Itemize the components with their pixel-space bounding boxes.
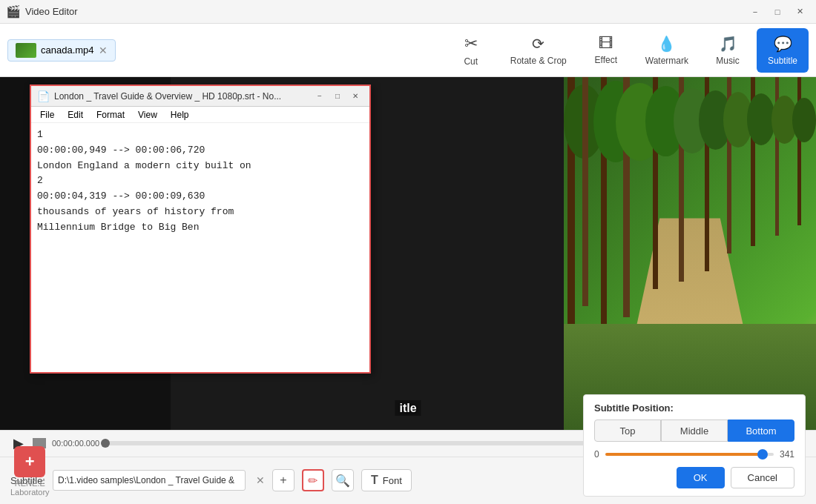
subtitle-clear-button[interactable]: ✕ bbox=[256, 474, 265, 486]
font-icon: T bbox=[371, 474, 378, 487]
cut-button[interactable]: ✂ Cut bbox=[445, 28, 497, 73]
search-icon: 🔍 bbox=[335, 474, 350, 488]
srt-minimize-button[interactable]: − bbox=[312, 90, 328, 103]
bottom-controls: ▶ 00:00:00.000 00:00:57.376 📷 🔊 Subtitle… bbox=[0, 430, 816, 504]
srt-dialog-titlebar: 📄 London _ Travel Guide & Overview _ HD … bbox=[31, 86, 369, 107]
tab-canada-mp4[interactable]: canada.mp4 ✕ bbox=[7, 39, 116, 62]
subtitle-overlay-text: itle bbox=[395, 400, 421, 416]
subtitle-button[interactable]: 💬 Subtitle bbox=[757, 28, 809, 73]
position-panel: Subtitle Position: Top Middle Bottom 0 3… bbox=[583, 394, 806, 497]
ok-button[interactable]: OK bbox=[677, 467, 725, 488]
cut-label: Cut bbox=[464, 56, 478, 67]
close-button[interactable]: ✕ bbox=[789, 4, 810, 20]
position-bottom-button[interactable]: Bottom bbox=[728, 420, 794, 442]
rotate-icon: ⟳ bbox=[532, 35, 544, 53]
subtitle-path-box: D:\1.video samples\London _ Travel Guide… bbox=[53, 470, 246, 491]
srt-menu-view[interactable]: View bbox=[132, 108, 163, 122]
srt-menu-edit[interactable]: Edit bbox=[62, 108, 89, 122]
logo-text: RENE.E Laboratory bbox=[10, 479, 50, 497]
rotate-crop-button[interactable]: ⟳ Rotate & Crop bbox=[500, 28, 577, 73]
effect-label: Effect bbox=[595, 55, 617, 65]
music-button[interactable]: 🎵 Music bbox=[702, 28, 754, 73]
minimize-button[interactable]: − bbox=[745, 4, 766, 20]
dialog-buttons: OK Cancel bbox=[594, 467, 794, 488]
subtitle-label: Subtitle bbox=[768, 56, 797, 66]
main-area: itle 📄 London _ Travel Guide & Overview … bbox=[0, 77, 816, 430]
slider-min-value: 0 bbox=[594, 449, 599, 460]
tab-close-icon[interactable]: ✕ bbox=[99, 44, 108, 56]
srt-menu-help[interactable]: Help bbox=[165, 108, 195, 122]
tab-thumbnail bbox=[16, 43, 36, 58]
video-background bbox=[564, 77, 816, 430]
watermark-label: Watermark bbox=[645, 56, 688, 66]
music-label: Music bbox=[716, 56, 739, 66]
cancel-button[interactable]: Cancel bbox=[731, 467, 794, 488]
srt-menu-format[interactable]: Format bbox=[91, 108, 131, 122]
edit-icon: ✏ bbox=[308, 474, 317, 488]
srt-window-controls: − □ ✕ bbox=[312, 90, 363, 103]
subtitle-icon: 💬 bbox=[774, 35, 792, 53]
subtitle-controls-row: Subtitle: D:\1.video samples\London _ Tr… bbox=[0, 457, 816, 504]
rotate-crop-label: Rotate & Crop bbox=[510, 56, 567, 66]
titlebar: 🎬 Video Editor − □ ✕ bbox=[0, 0, 816, 24]
subtitle-video-overlay: itle bbox=[395, 402, 421, 415]
srt-text-content[interactable]: 1 00:00:00,949 --> 00:00:06,720 London E… bbox=[31, 123, 369, 372]
music-icon: 🎵 bbox=[719, 35, 737, 53]
position-middle-button[interactable]: Middle bbox=[661, 420, 728, 442]
edit-subtitle-button[interactable]: ✏ bbox=[302, 469, 324, 491]
position-slider-row: 0 341 bbox=[594, 449, 794, 460]
srt-text-dialog[interactable]: 📄 London _ Travel Guide & Overview _ HD … bbox=[30, 84, 371, 374]
slider-max-value: 341 bbox=[780, 449, 794, 460]
time-start: 00:00:00.000 bbox=[52, 439, 99, 448]
app-title: Video Editor bbox=[25, 6, 745, 17]
font-button[interactable]: T Font bbox=[361, 469, 412, 491]
cut-icon: ✂ bbox=[464, 34, 478, 53]
tab-filename: canada.mp4 bbox=[41, 44, 94, 56]
font-label: Font bbox=[383, 475, 402, 486]
watermark-icon: 💧 bbox=[657, 35, 676, 53]
effect-button[interactable]: 🎞 Effect bbox=[580, 28, 632, 73]
position-top-button[interactable]: Top bbox=[594, 420, 661, 442]
add-subtitle-button[interactable]: + bbox=[272, 469, 295, 491]
window-controls: − □ ✕ bbox=[745, 4, 810, 20]
toolbar: canada.mp4 ✕ ✂ Cut ⟳ Rotate & Crop 🎞 Eff… bbox=[0, 24, 816, 77]
subtitle-path-text: D:\1.video samples\London _ Travel Guide… bbox=[58, 475, 234, 485]
maximize-button[interactable]: □ bbox=[767, 4, 788, 20]
srt-close-button[interactable]: ✕ bbox=[347, 90, 363, 103]
srt-dialog-title: London _ Travel Guide & Overview _ HD 10… bbox=[54, 91, 307, 102]
video-preview: itle 📄 London _ Travel Guide & Overview … bbox=[0, 77, 816, 430]
app-icon: 🎬 bbox=[6, 4, 21, 19]
position-buttons: Top Middle Bottom bbox=[594, 420, 794, 442]
logo-plus-icon: + bbox=[25, 452, 35, 471]
search-subtitle-button[interactable]: 🔍 bbox=[332, 469, 354, 491]
effect-icon: 🎞 bbox=[599, 35, 613, 52]
watermark-button[interactable]: 💧 Watermark bbox=[635, 28, 699, 73]
srt-menubar: File Edit Format View Help bbox=[31, 107, 369, 123]
position-slider[interactable] bbox=[605, 453, 774, 456]
logo: + RENE.E Laboratory bbox=[10, 446, 50, 497]
srt-maximize-button[interactable]: □ bbox=[329, 90, 346, 103]
position-panel-title: Subtitle Position: bbox=[594, 402, 794, 414]
progress-handle[interactable] bbox=[101, 439, 110, 448]
srt-file-icon: 📄 bbox=[37, 90, 50, 102]
srt-menu-file[interactable]: File bbox=[34, 108, 60, 122]
logo-icon: + bbox=[14, 446, 45, 477]
